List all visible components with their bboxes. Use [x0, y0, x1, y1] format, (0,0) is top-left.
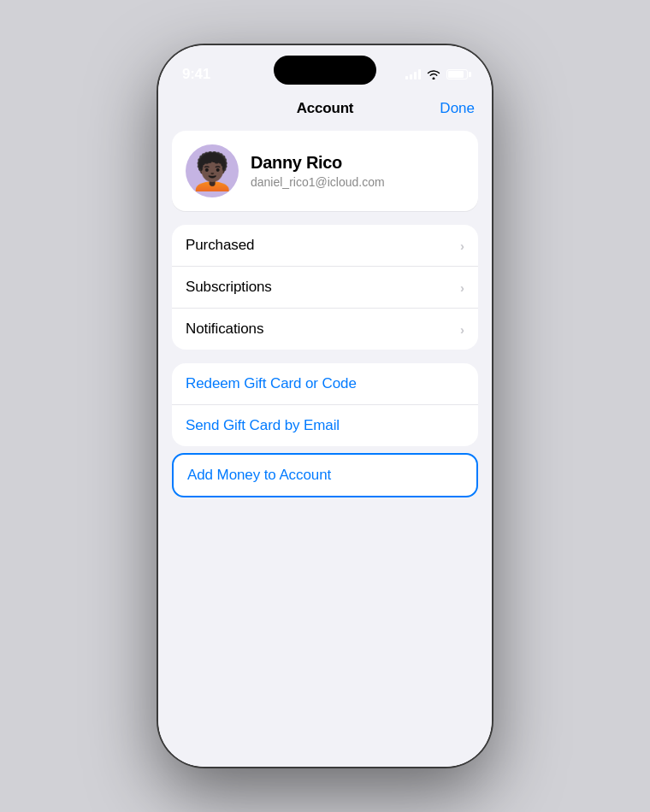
gift-card-group: Redeem Gift Card or Code Send Gift Card …: [172, 363, 478, 446]
subscriptions-chevron: ›: [460, 280, 464, 295]
notifications-label: Notifications: [186, 321, 263, 338]
battery-fill: [448, 71, 464, 78]
subscriptions-label: Subscriptions: [186, 279, 272, 296]
notifications-chevron: ›: [460, 322, 464, 337]
wifi-icon: [427, 69, 440, 79]
nav-bar: Account Done: [158, 90, 492, 124]
status-time: 9:41: [182, 66, 210, 83]
content-area: Account Done 🧑🏿‍🦱 Danny Rico daniel_rico…: [158, 90, 492, 767]
notifications-row[interactable]: Notifications ›: [172, 309, 478, 350]
status-icons: [405, 69, 468, 79]
add-money-row[interactable]: Add Money to Account: [172, 453, 478, 497]
user-email: daniel_rico1@icloud.com: [251, 175, 385, 189]
nav-title: Account: [297, 100, 354, 117]
add-money-label: Add Money to Account: [187, 467, 331, 484]
user-info: Danny Rico daniel_rico1@icloud.com: [251, 153, 385, 189]
signal-bars-icon: [405, 69, 421, 79]
settings-section: Purchased › Subscriptions › Notification…: [172, 225, 478, 350]
add-money-container: Add Money to Account: [172, 453, 478, 497]
phone-screen: 9:41 Account Done: [158, 45, 492, 767]
user-name: Danny Rico: [251, 153, 385, 173]
purchased-row[interactable]: Purchased ›: [172, 225, 478, 267]
user-card: 🧑🏿‍🦱 Danny Rico daniel_rico1@icloud.com: [172, 131, 478, 211]
subscriptions-row[interactable]: Subscriptions ›: [172, 267, 478, 309]
phone-frame: 9:41 Account Done: [158, 45, 492, 767]
send-gift-card-label: Send Gift Card by Email: [186, 417, 340, 434]
battery-icon: [446, 69, 468, 79]
avatar: 🧑🏿‍🦱: [186, 144, 239, 197]
redeem-gift-card-row[interactable]: Redeem Gift Card or Code: [172, 363, 478, 405]
send-gift-card-row[interactable]: Send Gift Card by Email: [172, 405, 478, 446]
actions-section: Redeem Gift Card or Code Send Gift Card …: [172, 363, 478, 497]
redeem-gift-card-label: Redeem Gift Card or Code: [186, 375, 357, 392]
purchased-chevron: ›: [460, 238, 464, 253]
purchased-label: Purchased: [186, 237, 254, 254]
scroll-content: 🧑🏿‍🦱 Danny Rico daniel_rico1@icloud.com …: [158, 124, 492, 504]
dynamic-island: [274, 56, 376, 85]
done-button[interactable]: Done: [440, 100, 475, 117]
